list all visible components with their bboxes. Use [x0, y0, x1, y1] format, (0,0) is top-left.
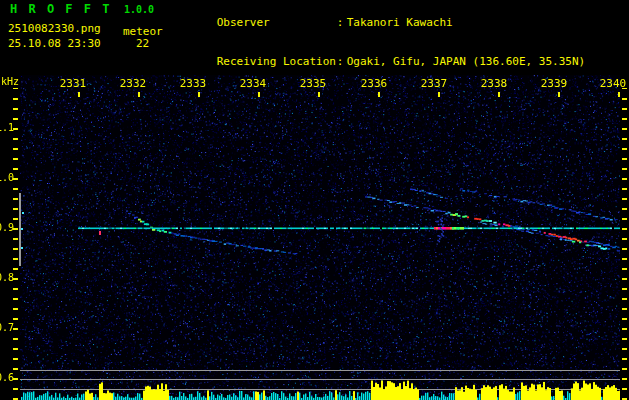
info-label: Receiving Location [217, 55, 337, 68]
app-version: 1.0.0 [124, 4, 154, 15]
time-tick-label: 2339 [534, 77, 574, 90]
frequency-axis-ticks-right [622, 88, 627, 400]
band-marker-line [19, 193, 21, 266]
info-value: Takanori Kawachi [347, 16, 453, 29]
app-title: H R O F F T [10, 2, 111, 16]
info-row-observer: Observer:Takanori Kawachi [177, 3, 585, 42]
frequency-axis-unit: kHz [1, 76, 19, 87]
time-tick-mark [498, 92, 500, 97]
freq-tick-label: 0.9 [0, 222, 13, 233]
echo-count-value: 22 [136, 37, 149, 50]
info-value: Ogaki, Gifu, JAPAN (136.60E, 35.35N) [347, 55, 585, 68]
time-tick-label: 2333 [173, 77, 213, 90]
freq-tick-label: 0.8 [0, 272, 13, 283]
spectrogram-canvas [20, 75, 620, 400]
time-tick-label: 2337 [414, 77, 454, 90]
time-tick-label: 2336 [354, 77, 394, 90]
time-tick-mark [618, 92, 620, 97]
time-tick-label: 2335 [293, 77, 333, 90]
info-colon: : [337, 16, 347, 29]
freq-tick-label: 1.0 [0, 172, 13, 183]
time-tick-label: 2338 [474, 77, 514, 90]
time-tick-mark [198, 92, 200, 97]
datetime-label: 25.10.08 23:30 [8, 37, 101, 50]
freq-tick-label: 0.6 [0, 372, 13, 383]
time-tick-label: 2332 [113, 77, 153, 90]
time-tick-label: 2331 [53, 77, 93, 90]
output-filename: 2510082330.png [8, 22, 101, 35]
time-tick-mark [138, 92, 140, 97]
frequency-axis-ticks-left [13, 88, 18, 400]
time-tick-mark [438, 92, 440, 97]
time-tick-mark [258, 92, 260, 97]
time-tick-mark [378, 92, 380, 97]
info-colon: : [337, 55, 347, 68]
time-tick-label: 2334 [233, 77, 273, 90]
time-tick-mark [78, 92, 80, 97]
hrofft-screenshot: H R O F F T 1.0.0 2510082330.png meteor … [0, 0, 629, 400]
freq-tick-label: 0.7 [0, 322, 13, 333]
info-label: Observer [217, 16, 337, 29]
time-tick-mark [558, 92, 560, 97]
freq-tick-label: 1.1 [0, 122, 13, 133]
time-tick-mark [318, 92, 320, 97]
